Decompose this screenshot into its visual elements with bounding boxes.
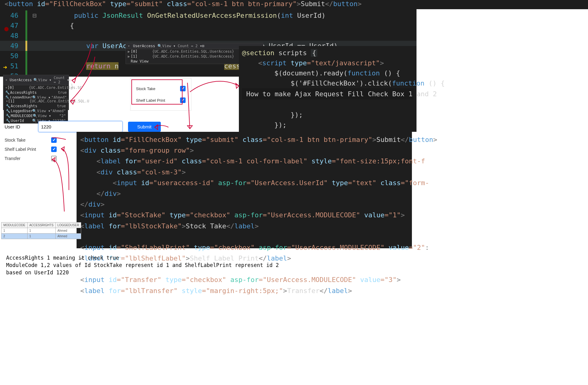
checkbox-result-panel: Stock Take Shelf Label Print	[130, 78, 191, 111]
stocktake-form-label: Stock Take	[5, 138, 25, 143]
fold-icon[interactable]: ⊟	[32, 10, 38, 21]
razor-js-editor[interactable]: @section scripts { <script type="text/ja…	[239, 46, 417, 132]
table-row[interactable]: 21Ahmed	[2, 234, 81, 239]
table-row[interactable]: 11Ahmed	[2, 228, 81, 234]
stocktake-form-checkbox[interactable]	[51, 137, 57, 143]
ajax-question-text: How to make Ajax Request Fill Check Box …	[242, 88, 413, 100]
userid-form: User ID Submit	[5, 121, 161, 132]
explanation-notes: AccessRights 1 meaning it check true Mod…	[6, 254, 279, 276]
db-result-table: MODULECODEACCESSRIGHTSLOGGEDUSER 11Ahmed…	[1, 222, 81, 239]
top-code-line: <button id="FillCheckBox" type="submit" …	[0, 0, 588, 9]
search-icon[interactable]: 🔍	[157, 44, 162, 48]
stocktake-checkbox[interactable]	[180, 86, 186, 91]
submit-button[interactable]: Submit	[128, 122, 161, 132]
line-number: 51	[10, 61, 19, 71]
shelflabel-form-label: Shelf Label Print	[5, 147, 36, 152]
shelflabel-checkbox[interactable]	[180, 97, 186, 103]
checkbox-form: Stock Take Shelf Label Print Transfer	[5, 135, 57, 163]
line-number: 50	[10, 51, 19, 61]
transfer-form-label: Transfer	[5, 156, 21, 161]
stocktake-label: Stock Take	[136, 86, 155, 91]
debug-datatip-1[interactable]: ▾[1]{UC.ADC.Core.Entities.SQL.U 🔧AccessR…	[4, 98, 68, 124]
transfer-form-checkbox[interactable]	[51, 156, 57, 161]
line-number: 47	[10, 21, 19, 31]
line-number: 49	[10, 41, 19, 51]
shelflabel-form-checkbox[interactable]	[51, 147, 57, 152]
userid-input[interactable]	[38, 121, 123, 132]
userid-label: User ID	[5, 124, 38, 129]
line-number: 48	[10, 31, 19, 41]
expand-icon[interactable]: ▾	[128, 44, 131, 48]
razor-html-editor[interactable]: <button id="FillCheckBox" type="submit" …	[77, 132, 412, 248]
line-number: 46	[10, 10, 19, 21]
shelflabel-label: Shelf Label Print	[136, 98, 165, 103]
wrench-icon: 🔧	[5, 90, 9, 95]
